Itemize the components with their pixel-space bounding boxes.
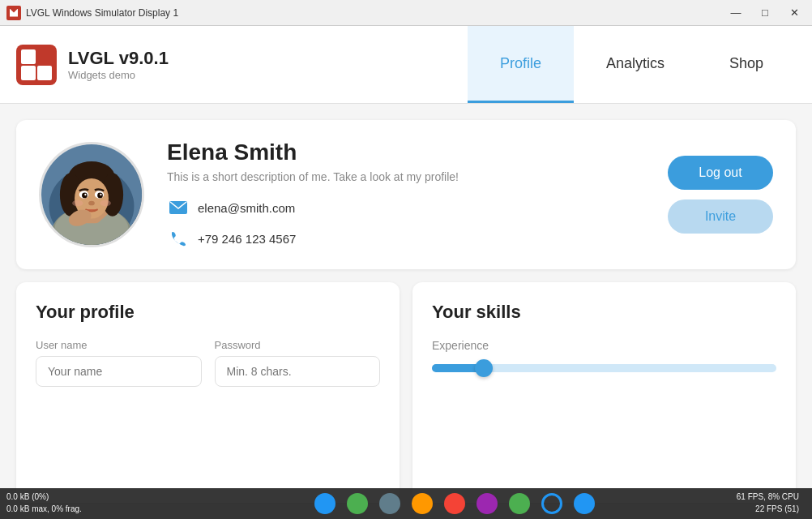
- svg-point-14: [84, 194, 86, 195]
- lvgl-logo-icon: [16, 45, 57, 85]
- logo-area: LVGL v9.0.1 Widgets demo: [16, 45, 169, 85]
- username-group: User name: [36, 339, 202, 387]
- minimize-button[interactable]: —: [724, 5, 747, 21]
- title-bar-left: LVGL Windows Simulator Display 1: [6, 6, 178, 20]
- dot-green2[interactable]: [509, 493, 530, 514]
- dot-orange[interactable]: [412, 493, 433, 514]
- phone-value: +79 246 123 4567: [198, 232, 296, 246]
- tab-profile[interactable]: Profile: [468, 26, 574, 103]
- logo-title: LVGL v9.0.1: [68, 48, 169, 69]
- experience-slider-container[interactable]: [432, 360, 776, 376]
- tab-shop[interactable]: Shop: [697, 26, 796, 103]
- app-window: LVGL v9.0.1 Widgets demo Profile Analyti…: [0, 26, 812, 519]
- dot-blue2[interactable]: [574, 493, 595, 514]
- logo-text: LVGL v9.0.1 Widgets demo: [68, 48, 169, 81]
- maximize-button[interactable]: □: [754, 5, 776, 21]
- email-item: elena@smith.com: [167, 196, 629, 219]
- logout-button[interactable]: Log out: [668, 156, 773, 190]
- logo-subtitle: Widgets demo: [68, 69, 169, 81]
- profile-card: Elena Smith This is a short description …: [16, 120, 796, 269]
- your-skills-title: Your skills: [432, 302, 776, 323]
- password-group: Password: [215, 339, 381, 387]
- dot-red[interactable]: [444, 493, 465, 514]
- logo-square-bl: [21, 66, 36, 80]
- profile-contact: elena@smith.com +79 246 123 4567: [167, 196, 629, 250]
- your-profile-title: Your profile: [36, 302, 380, 323]
- svg-point-16: [88, 201, 95, 206]
- avatar-image: [41, 142, 142, 247]
- dot-blue-outline[interactable]: [541, 493, 562, 514]
- title-bar: LVGL Windows Simulator Display 1 — □ ✕: [0, 0, 812, 26]
- nav-tabs: Profile Analytics Shop: [468, 26, 796, 103]
- phone-item: +79 246 123 4567: [167, 227, 629, 250]
- username-label: User name: [36, 339, 202, 351]
- bottom-panels: Your profile User name Password Your ski…: [16, 282, 796, 503]
- password-label: Password: [215, 339, 381, 351]
- dot-green[interactable]: [347, 493, 368, 514]
- logo-square-tl: [21, 49, 36, 64]
- your-profile-panel: Your profile User name Password: [16, 282, 400, 503]
- title-text: LVGL Windows Simulator Display 1: [26, 7, 178, 19]
- profile-name: Elena Smith: [167, 139, 629, 165]
- avatar: [39, 142, 144, 247]
- form-row: User name Password: [36, 339, 380, 387]
- email-icon: [167, 196, 190, 219]
- dot-blue[interactable]: [314, 493, 335, 514]
- your-skills-panel: Your skills Experience: [412, 282, 796, 503]
- dot-purple[interactable]: [477, 493, 498, 514]
- dot-gray[interactable]: [379, 493, 400, 514]
- profile-actions: Log out Invite: [668, 156, 773, 234]
- experience-label: Experience: [432, 339, 776, 352]
- slider-thumb[interactable]: [475, 359, 493, 377]
- header: LVGL v9.0.1 Widgets demo Profile Analyti…: [0, 26, 812, 104]
- title-bar-controls: — □ ✕: [724, 5, 806, 21]
- svg-point-15: [100, 194, 101, 195]
- app-icon: [6, 6, 21, 20]
- username-input[interactable]: [36, 356, 202, 387]
- svg-point-12: [82, 193, 88, 199]
- phone-icon: [167, 227, 190, 250]
- tab-analytics[interactable]: Analytics: [574, 26, 697, 103]
- logo-square-br: [37, 66, 52, 80]
- svg-point-18: [100, 200, 110, 207]
- email-value: elena@smith.com: [198, 201, 295, 215]
- close-button[interactable]: ✕: [783, 5, 806, 21]
- profile-description: This is a short description of me. Take …: [167, 170, 629, 183]
- main-content: Elena Smith This is a short description …: [0, 104, 812, 519]
- memory-stats: 0.0 kB (0%) 0.0 kB max, 0% frag.: [0, 488, 88, 517]
- dots-row: [107, 493, 802, 514]
- fps-stats: 61 FPS, 8% CPU 22 FPS (51): [730, 488, 806, 517]
- invite-button[interactable]: Invite: [668, 199, 773, 234]
- profile-info: Elena Smith This is a short description …: [167, 139, 629, 250]
- password-input[interactable]: [215, 356, 381, 387]
- svg-point-13: [97, 193, 103, 199]
- avatar-container: [39, 142, 144, 247]
- bottom-dots-bar: 0.0 kB (0%) 0.0 kB max, 0% frag. 61 FPS,…: [0, 488, 812, 519]
- svg-point-17: [72, 200, 83, 207]
